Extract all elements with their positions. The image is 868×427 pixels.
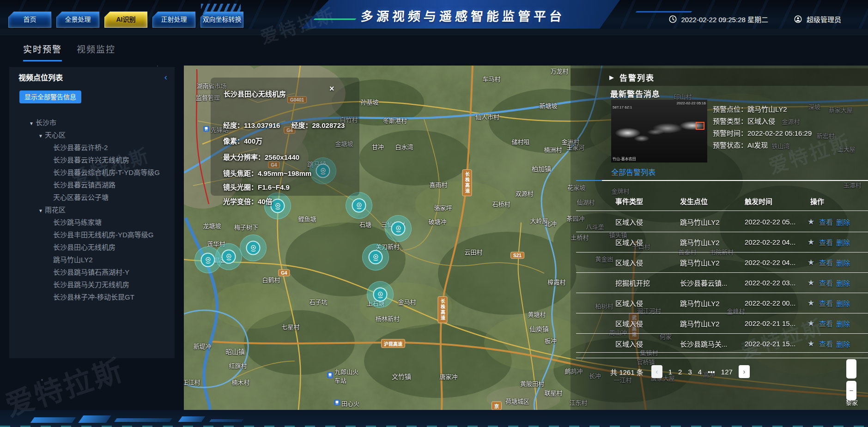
delete-link[interactable]: 删除 <box>836 319 850 328</box>
favorite-star-icon[interactable]: ★ <box>807 298 814 308</box>
alert-list-title: 告警列表 <box>619 72 655 83</box>
tree-item[interactable]: 长沙县暮云镇西湖路 <box>9 179 175 191</box>
favorite-star-icon[interactable]: ★ <box>807 319 814 328</box>
alert-panel: ▶ 告警列表 最新警告消息 2022-02-22 05:16 58T.17 6Z… <box>571 66 868 410</box>
view-link[interactable]: 查看 <box>819 339 833 349</box>
nav-button-正射处理[interactable]: 正射处理 <box>152 12 195 28</box>
tree-item[interactable]: 长沙县暮云许兴无线机房 <box>9 154 175 166</box>
top-strip <box>0 29 868 35</box>
close-icon[interactable]: × <box>329 84 334 94</box>
favorite-star-icon[interactable]: ★ <box>807 217 814 227</box>
tab-视频监控[interactable]: 视频监控 <box>77 42 115 61</box>
camera-marker[interactable] <box>240 235 267 261</box>
view-link[interactable]: 查看 <box>819 278 833 288</box>
tree-item-label: 天心区暮云公子塘 <box>53 193 109 201</box>
camera-marker[interactable] <box>362 244 389 271</box>
delete-link[interactable]: 删除 <box>836 217 850 227</box>
camera-marker[interactable] <box>194 247 221 273</box>
footer-decoration <box>209 419 243 422</box>
tree-item-label: 长沙跳马练家塘 <box>53 218 102 226</box>
delete-link[interactable]: 删除 <box>836 278 850 288</box>
delete-link[interactable]: 删除 <box>836 339 850 349</box>
delete-link[interactable]: 删除 <box>836 258 850 267</box>
tab-实时预警[interactable]: 实时预警 <box>23 42 62 61</box>
popup-field: 经度：113.037916 <box>223 120 280 130</box>
table-header-触发时间: 触发时间 <box>745 196 772 206</box>
nav-button-首页[interactable]: 首页 <box>8 12 51 28</box>
table-header-发生点位: 发生点位 <box>680 196 708 206</box>
pagination-page-4[interactable]: 4 <box>698 368 702 376</box>
pagination-page-3[interactable]: 3 <box>688 368 692 376</box>
tree-expand-icon[interactable]: ▼ <box>38 130 45 141</box>
tree-item[interactable]: 长沙县暮云综合机房-T-YD高等级G <box>9 166 175 179</box>
pagination-prev-button[interactable]: ‹ <box>651 365 662 378</box>
tree-item[interactable]: 长沙县丰田无线机房-YD高等级G <box>9 229 175 241</box>
nav-button-双向坐标转换[interactable]: 双向坐标转换 <box>200 12 243 28</box>
map-zoom-upper[interactable] <box>846 359 856 379</box>
divider <box>576 358 868 358</box>
location-cell: 跳马竹山LY2 <box>680 258 720 267</box>
camera-marker[interactable] <box>385 215 412 242</box>
tree-item[interactable]: 长沙县暮云许桥-2 <box>9 141 175 154</box>
latest-alert-thumbnail[interactable]: 2022-02-22 05:16 58T.17 6Z:1 竹山-基本农田 <box>611 100 707 162</box>
pagination-page-1[interactable]: 1 <box>668 368 672 376</box>
view-link[interactable]: 查看 <box>819 258 833 267</box>
trigger-time-cell: 2022-02-22 03... <box>745 279 795 287</box>
favorite-star-icon[interactable]: ★ <box>807 278 814 288</box>
footer-decoration <box>78 415 111 423</box>
latest-alert-title: 最新警告消息 <box>610 88 660 99</box>
favorite-star-icon[interactable]: ★ <box>807 237 814 247</box>
table-row: 区域入侵跳马竹山LY22022-02-22 04...★查看删除 <box>571 232 868 252</box>
tree-expand-icon[interactable]: ▼ <box>38 204 45 216</box>
event-type-cell: 区域入侵 <box>615 298 643 308</box>
view-link[interactable]: 查看 <box>819 319 833 328</box>
view-link[interactable]: 查看 <box>819 217 833 227</box>
popup-field: 光学变倍：40倍 <box>223 196 273 206</box>
road-badge: 沪昆高速 <box>381 339 405 348</box>
tree-item[interactable]: 长沙跳马练家塘 <box>9 216 175 229</box>
pagination-page-2[interactable]: 2 <box>678 368 682 376</box>
header: 首页全景处理AI识别正射处理双向坐标转换 多源视频与遥感智能监管平台 2022-… <box>0 0 868 29</box>
trigger-time-cell: 2022-02-22 00... <box>745 299 795 307</box>
nav-button-全景处理[interactable]: 全景处理 <box>56 12 99 28</box>
popup-field-row: 像素：400万 <box>223 136 262 145</box>
location-cell: 跳马竹山LY2 <box>680 217 720 227</box>
tree-item[interactable]: 长沙县林子冲-移动长昆GT <box>9 291 175 303</box>
view-link[interactable]: 查看 <box>819 298 833 308</box>
camera-marker[interactable] <box>346 192 372 219</box>
delete-link[interactable]: 删除 <box>836 298 850 308</box>
tree-item[interactable]: ▼雨花区 <box>9 204 175 216</box>
alert-list-header: ▶ 告警列表 <box>571 68 868 86</box>
tree-item[interactable]: ▼天心区 <box>9 129 175 141</box>
favorite-star-icon[interactable]: ★ <box>807 258 814 267</box>
popup-field-row: 镜头焦距：4.95mm~198mm <box>223 168 311 178</box>
tree-item[interactable]: 长沙县田心无线机房 <box>9 241 175 253</box>
tree-expand-icon[interactable]: ▼ <box>29 117 36 129</box>
delete-link[interactable]: 删除 <box>836 237 850 247</box>
main-nav: 首页全景处理AI识别正射处理双向坐标转换 <box>8 12 243 28</box>
nav-button-AI识别[interactable]: AI识别 <box>104 12 147 28</box>
pagination-page-•••[interactable]: ••• <box>708 368 715 376</box>
camera-marker[interactable] <box>367 281 394 308</box>
favorite-star-icon[interactable]: ★ <box>807 339 814 349</box>
popup-field: 像素：400万 <box>223 136 262 145</box>
highway-badge: 长株高速 <box>438 296 448 323</box>
pagination-page-127[interactable]: 127 <box>721 368 733 376</box>
tree-item[interactable]: 长沙县跳马关刀无线机房 <box>9 278 175 291</box>
all-alerts-link[interactable]: 全部告警列表 <box>611 166 656 177</box>
tree-item[interactable]: 天心区暮云公子塘 <box>9 191 175 204</box>
event-type-cell: 区域入侵 <box>615 258 643 267</box>
footer-decoration <box>30 417 76 423</box>
tree-item[interactable]: 长沙县跳马镇石燕湖村-Y <box>9 266 175 278</box>
sidebar-collapse-icon[interactable]: ‹ <box>162 72 170 82</box>
pagination-next-button[interactable]: › <box>739 365 750 378</box>
tree-item[interactable]: 跳马竹山LY2 <box>9 253 175 266</box>
tree-item[interactable]: ▼长沙市 <box>9 116 175 129</box>
view-link[interactable]: 查看 <box>819 237 833 247</box>
show-all-alerts-button[interactable]: 显示全部警告信息 <box>19 90 81 103</box>
train-station-icon <box>203 126 209 133</box>
map-zoom-minus[interactable]: − <box>846 381 856 400</box>
header-username[interactable]: 超级管理员 <box>807 14 841 24</box>
tree-item-label: 长沙县暮云许桥-2 <box>53 144 108 151</box>
divider <box>576 210 868 211</box>
